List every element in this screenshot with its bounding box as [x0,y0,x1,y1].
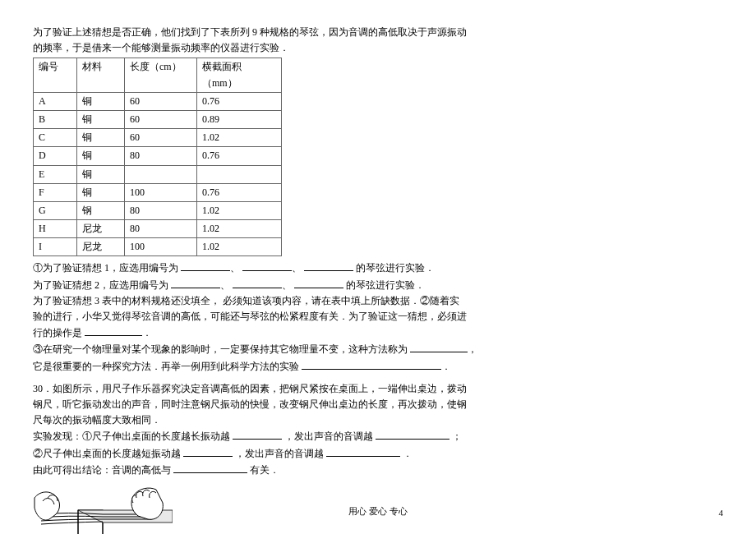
cell: A [34,92,77,110]
cell: 0.76 [197,92,282,110]
blank-field[interactable] [326,445,400,457]
cell: 0.89 [197,110,282,128]
cell: 1.02 [197,201,282,219]
blank-field[interactable] [410,341,468,352]
q3-text-a: 为了验证猜想 3 表中的材料规格还没填全， 必须知道该项内容，请在表中填上所缺数… [33,295,459,306]
q2-text-b: 的琴弦进行实验． [346,279,425,291]
blank-field[interactable] [233,428,282,440]
cell: 尼龙 [77,220,125,238]
specs-table: 编号 材料 长度（cm） 横截面积（mm） A铜600.76 B铜600.89 … [33,58,282,256]
table-header-row: 编号 材料 长度（cm） 横截面积（mm） [34,58,282,92]
th-length: 长度（cm） [125,58,197,92]
page-number: 4 [719,508,724,518]
q1-text-a: ①为了验证猜想 1，应选用编号为 [33,262,178,274]
blank-field[interactable] [242,260,292,271]
q2-text-a: 为了验证猜想 2，应选用编号为 [33,279,168,291]
page-content: 为了验证上述猜想是否正确，他们找到了下表所列 9 种规格的琴弦，因为音调的高低取… [0,0,756,534]
blank-field[interactable] [376,428,449,440]
q3-text-b: 验的进行，小华又觉得琴弦音调的高低，可能还与琴弦的松紧程度有关．为了验证这一猜想… [33,311,467,322]
cell: D [34,147,77,165]
cell: F [34,183,77,201]
sep: 、 [230,262,240,274]
q30-text-e3: ． [403,448,413,459]
q1-text-b: 的琴弦进行实验． [356,262,435,274]
blank-field[interactable] [304,260,353,271]
table-row: I尼龙1001.02 [34,238,282,256]
blank-field[interactable] [294,277,343,288]
cell: 1.02 [197,220,282,238]
cell [125,165,197,183]
cell: B [34,110,77,128]
table-row: A铜600.76 [34,92,282,110]
table-row: G钢801.02 [34,201,282,219]
sep: ， [468,343,477,355]
cell: C [34,129,77,147]
cell: E [34,165,77,183]
cell: 60 [125,129,197,147]
table-row: E铜 [34,165,282,183]
sep: 、 [220,279,230,291]
table-row: B铜600.89 [34,110,282,128]
table-row: H尼龙801.02 [34,220,282,238]
cell: 钢 [77,201,125,219]
q30-text-e2: ，发出声音的音调越 [235,448,324,459]
q3-text-c: 行的操作是 [33,327,82,338]
th-id: 编号 [34,58,77,92]
period: ． [441,361,451,372]
intro-line-1: 为了验证上述猜想是否正确，他们找到了下表所列 9 种规格的琴弦，因为音调的高低取… [33,26,467,38]
table-row: F铜1000.76 [34,183,282,201]
cell: 80 [125,147,197,165]
cell: 铜 [77,165,125,183]
cell: 铜 [77,110,125,128]
blank-field[interactable] [85,325,142,336]
question-3: 为了验证猜想 3 表中的材料规格还没填全， 必须知道该项内容，请在表中填上所缺数… [33,293,723,342]
q30-text-e1: ②尺子伸出桌面的长度越短振动越 [33,448,181,459]
intro-line-2: 的频率，于是借来一个能够测量振动频率的仪器进行实验． [33,42,289,53]
blank-field[interactable] [173,462,247,473]
th-material: 材料 [77,58,125,92]
question-1: ①为了验证猜想 1，应选用编号为 、 、 的琴弦进行实验． [33,260,723,276]
period: ． [142,327,152,338]
blank-field[interactable] [181,260,230,271]
q30-text-d2: ，发出声音的音调越 [284,430,373,442]
table-row: C铜601.02 [34,129,282,147]
cell: H [34,220,77,238]
cell: 80 [125,201,197,219]
q30-text-d3: ； [452,430,462,442]
blank-field[interactable] [233,277,282,288]
question-2: 为了验证猜想 2，应选用编号为 、 、 的琴弦进行实验． [33,277,723,293]
cell: 100 [125,183,197,201]
cell: 铜 [77,147,125,165]
q30-text-c: 尺每次的振动幅度大致相同． [33,414,161,426]
q30-text-a: 30．如图所示，用尺子作乐器探究决定音调高低的因素，把钢尺紧按在桌面上，一端伸出… [33,383,467,394]
cell: 80 [125,220,197,238]
q4-text-a: ③在研究一个物理量对某个现象的影响时，一定要保持其它物理量不变，这种方法称为 [33,343,408,355]
q30-text-b: 钢尺，听它振动发出的声音，同时注意钢尺振动的快慢，改变钢尺伸出桌边的长度，再次拨… [33,398,467,410]
q30-text-d1: 实验发现：①尺子伸出桌面的长度越长振动越 [33,430,230,442]
cell: 1.02 [197,129,282,147]
intro-paragraph: 为了验证上述猜想是否正确，他们找到了下表所列 9 种规格的琴弦，因为音调的高低取… [33,25,723,56]
cell: I [34,238,77,256]
table-row: D铜800.76 [34,147,282,165]
blank-field[interactable] [183,445,233,457]
th-area: 横截面积（mm） [197,58,282,92]
cell: 60 [125,92,197,110]
q30-text-f2: 有关． [250,464,279,476]
cell: 0.76 [197,183,282,201]
cell: 0.76 [197,147,282,165]
blank-field[interactable] [302,358,441,370]
cell: 铜 [77,183,125,201]
cell: 铜 [77,92,125,110]
question-30: 30．如图所示，用尺子作乐器探究决定音调高低的因素，把钢尺紧按在桌面上，一端伸出… [33,381,723,478]
cell: 铜 [77,129,125,147]
cell: 尼龙 [77,238,125,256]
sep: 、 [282,279,292,291]
cell: 100 [125,238,197,256]
cell [197,165,282,183]
cell: 1.02 [197,238,282,256]
page-footer: 用心 爱心 专心 [0,505,756,518]
question-4: ③在研究一个物理量对某个现象的影响时，一定要保持其它物理量不变，这种方法称为 ，… [33,341,723,374]
cell: 60 [125,110,197,128]
blank-field[interactable] [171,277,220,288]
q30-text-f1: 由此可得出结论：音调的高低与 [33,464,171,476]
